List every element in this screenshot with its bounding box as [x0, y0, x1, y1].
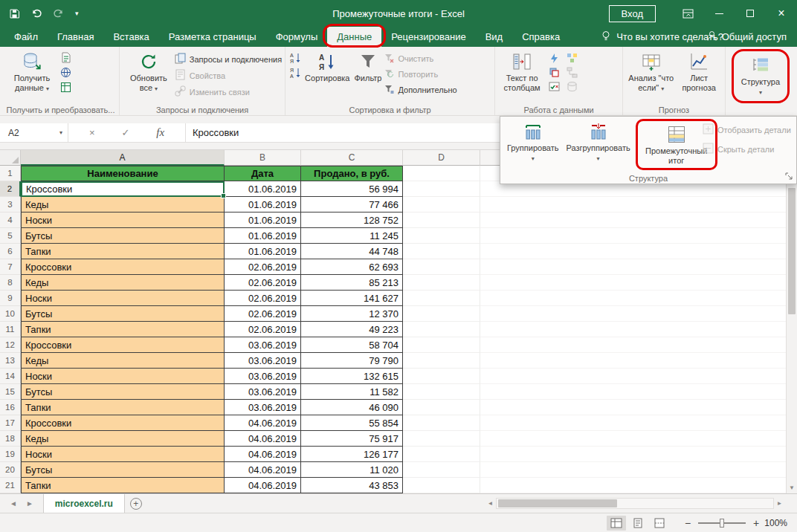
manage-data-model-icon[interactable] — [564, 81, 580, 92]
reapply-filter-button[interactable]: Повторить — [384, 68, 456, 80]
cell-empty[interactable] — [403, 384, 480, 400]
cell-name[interactable]: Носки — [21, 291, 225, 306]
zoom-level[interactable]: 100% — [763, 518, 797, 528]
horizontal-scrollbar[interactable]: ◄ ► — [485, 498, 785, 509]
header-cell-date[interactable]: Дата — [225, 166, 301, 181]
cell-value[interactable]: 132 615 — [301, 369, 403, 384]
cell-value[interactable]: 12 370 — [301, 306, 403, 322]
cell-date[interactable]: 02.06.2019 — [225, 291, 301, 306]
cell-name[interactable]: Тапки — [21, 400, 225, 415]
flash-fill-icon[interactable] — [546, 53, 562, 64]
cell-date[interactable]: 03.06.2019 — [225, 369, 301, 384]
cell-empty[interactable] — [480, 384, 797, 400]
select-all-corner[interactable] — [0, 150, 21, 166]
cell-date[interactable]: 04.06.2019 — [225, 447, 301, 462]
cell-date[interactable]: 02.06.2019 — [225, 306, 301, 322]
row-header[interactable]: 4 — [0, 213, 21, 228]
tab-вставка[interactable]: Вставка — [103, 27, 158, 47]
cell-date[interactable]: 01.06.2019 — [225, 213, 301, 228]
cell-value[interactable]: 128 752 — [301, 213, 403, 228]
cell-empty[interactable] — [480, 353, 797, 369]
vertical-scroll-track[interactable] — [787, 161, 797, 482]
cell-empty[interactable] — [480, 244, 797, 259]
cell-date[interactable]: 03.06.2019 — [225, 337, 301, 353]
row-header[interactable]: 11 — [0, 322, 21, 337]
sort-za-icon[interactable]: ЯА — [290, 67, 301, 78]
forecast-sheet-button[interactable]: Лист прогноза — [676, 49, 721, 94]
properties-button[interactable]: Свойства — [175, 69, 282, 82]
get-data-button[interactable]: Получить данные ▾ — [5, 49, 59, 95]
cell-date[interactable]: 03.06.2019 — [225, 353, 301, 369]
cell-empty[interactable] — [403, 244, 480, 259]
cell-empty[interactable] — [403, 353, 480, 369]
cell-empty[interactable] — [403, 447, 480, 462]
cell-empty[interactable] — [480, 400, 797, 415]
cell-value[interactable]: 77 466 — [301, 197, 403, 213]
tell-me-box[interactable]: Что вы хотите сделать? — [601, 27, 723, 47]
save-icon[interactable] — [9, 8, 20, 19]
row-header[interactable]: 15 — [0, 384, 21, 400]
close-button[interactable]: × — [766, 0, 797, 27]
relationships-icon[interactable] — [564, 67, 580, 78]
vertical-scroll-thumb[interactable] — [788, 188, 796, 314]
cell-empty[interactable] — [480, 322, 797, 337]
cell-date[interactable]: 02.06.2019 — [225, 275, 301, 291]
cell-empty[interactable] — [403, 400, 480, 415]
cell-empty[interactable] — [480, 306, 797, 322]
outline-button[interactable]: Структура ▾ — [739, 53, 782, 99]
sheet-nav-next-icon[interactable]: ► — [26, 499, 33, 507]
queries-connections-button[interactable]: Запросы и подключения — [175, 53, 282, 65]
cell-empty[interactable] — [480, 369, 797, 384]
cell-date[interactable]: 03.06.2019 — [225, 400, 301, 415]
cell-name[interactable]: Кеды — [21, 197, 225, 213]
fill-handle[interactable] — [221, 193, 226, 198]
filter-button[interactable]: Фильтр — [352, 49, 384, 85]
cell-empty[interactable] — [403, 478, 480, 493]
cell-value[interactable]: 44 748 — [301, 244, 403, 259]
cell-empty[interactable] — [403, 306, 480, 322]
cell-value[interactable]: 55 854 — [301, 415, 403, 431]
data-validation-icon[interactable] — [546, 81, 562, 92]
cell-value[interactable]: 75 917 — [301, 431, 403, 447]
insert-function-icon[interactable]: fx — [156, 126, 164, 139]
tab-рецензирование[interactable]: Рецензирование — [381, 27, 475, 47]
text-to-columns-button[interactable]: Текст по столбцам — [498, 49, 546, 94]
row-header[interactable]: 2 — [0, 181, 21, 197]
horizontal-scroll-track[interactable] — [496, 498, 774, 509]
scroll-down-icon[interactable]: ▼ — [787, 482, 797, 493]
advanced-filter-button[interactable]: Дополнительно — [384, 84, 456, 96]
row-header[interactable]: 20 — [0, 462, 21, 478]
dialog-launcher-icon[interactable] — [784, 171, 794, 181]
cell-name[interactable]: Тапки — [21, 478, 225, 493]
tab-главная[interactable]: Главная — [48, 27, 103, 47]
cell-name[interactable]: Бутсы — [21, 384, 225, 400]
cell-value[interactable]: 11 020 — [301, 462, 403, 478]
cell-empty[interactable] — [480, 228, 797, 244]
zoom-out-button[interactable]: − — [681, 517, 694, 529]
horizontal-scroll-thumb[interactable] — [498, 499, 617, 507]
minimize-button[interactable] — [703, 0, 735, 27]
from-web-icon[interactable] — [60, 67, 71, 78]
tab-файл[interactable]: Файл — [4, 27, 48, 47]
maximize-button[interactable] — [735, 0, 766, 27]
what-if-analysis-button[interactable]: Анализ "что если" ▾ — [626, 49, 676, 95]
tab-формулы[interactable]: Формулы — [266, 27, 328, 47]
cell-name[interactable]: Бутсы — [21, 306, 225, 322]
cell-value[interactable]: 141 627 — [301, 291, 403, 306]
column-header-b[interactable]: B — [225, 150, 301, 166]
hide-detail-button[interactable]: Скрыть детали — [703, 143, 791, 155]
cell-date[interactable]: 01.06.2019 — [225, 181, 301, 197]
cancel-icon[interactable]: × — [89, 127, 95, 138]
cell-date[interactable]: 01.06.2019 — [225, 228, 301, 244]
cell-value[interactable]: 11 245 — [301, 228, 403, 244]
zoom-in-button[interactable]: + — [749, 517, 763, 529]
cell-name[interactable]: Носки — [21, 369, 225, 384]
cell-empty[interactable] — [480, 275, 797, 291]
cell-empty[interactable] — [403, 181, 480, 197]
cell-empty[interactable] — [403, 322, 480, 337]
row-header[interactable]: 13 — [0, 353, 21, 369]
row-header[interactable]: 8 — [0, 275, 21, 291]
cell-empty[interactable] — [480, 337, 797, 353]
cell-value[interactable]: 85 213 — [301, 275, 403, 291]
cell-empty[interactable] — [403, 337, 480, 353]
